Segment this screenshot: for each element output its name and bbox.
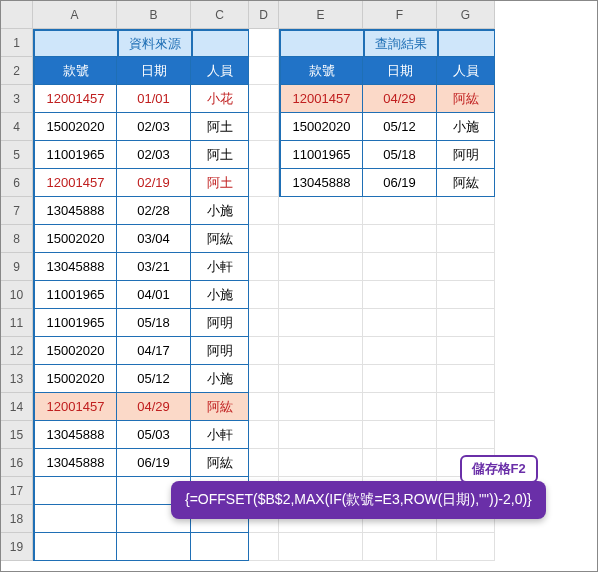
source-cell[interactable]: 06/19 [117, 449, 191, 477]
row-header[interactable]: 14 [1, 393, 33, 421]
row-header[interactable]: 8 [1, 225, 33, 253]
source-cell[interactable]: 15002020 [33, 337, 117, 365]
source-cell[interactable]: 02/19 [117, 169, 191, 197]
source-cell[interactable]: 小施 [191, 365, 249, 393]
blank-cell[interactable] [437, 253, 495, 281]
source-cell[interactable]: 阿土 [191, 141, 249, 169]
row-header[interactable]: 18 [1, 505, 33, 533]
result-cell[interactable]: 阿紘 [437, 85, 495, 113]
row-header[interactable]: 3 [1, 85, 33, 113]
result-cell[interactable]: 13045888 [279, 169, 363, 197]
row-header[interactable]: 16 [1, 449, 33, 477]
blank-cell[interactable] [363, 421, 437, 449]
result-cell[interactable]: 11001965 [279, 141, 363, 169]
source-cell[interactable]: 04/17 [117, 337, 191, 365]
source-empty[interactable] [33, 505, 117, 533]
blank-cell[interactable] [437, 281, 495, 309]
source-cell[interactable]: 11001965 [33, 281, 117, 309]
source-empty[interactable] [117, 533, 191, 561]
blank-cell[interactable] [279, 253, 363, 281]
blank-cell[interactable] [437, 365, 495, 393]
row-header[interactable]: 9 [1, 253, 33, 281]
source-cell[interactable]: 13045888 [33, 197, 117, 225]
source-cell[interactable]: 15002020 [33, 365, 117, 393]
blank-cell[interactable] [437, 337, 495, 365]
row-header[interactable]: 4 [1, 113, 33, 141]
result-cell[interactable]: 15002020 [279, 113, 363, 141]
source-cell[interactable]: 03/21 [117, 253, 191, 281]
source-cell[interactable]: 02/03 [117, 141, 191, 169]
source-cell[interactable]: 阿紘 [191, 449, 249, 477]
source-cell[interactable]: 12001457 [33, 393, 117, 421]
blank-cell[interactable] [279, 281, 363, 309]
blank-cell[interactable] [437, 393, 495, 421]
source-cell[interactable]: 13045888 [33, 421, 117, 449]
blank-cell[interactable] [437, 197, 495, 225]
blank-cell[interactable] [363, 225, 437, 253]
source-empty[interactable] [33, 477, 117, 505]
blank-cell[interactable] [279, 225, 363, 253]
source-cell[interactable]: 阿明 [191, 337, 249, 365]
row-header[interactable]: 10 [1, 281, 33, 309]
col-header[interactable]: F [363, 1, 437, 29]
source-cell[interactable]: 13045888 [33, 449, 117, 477]
source-cell[interactable]: 阿土 [191, 169, 249, 197]
blank-cell[interactable] [279, 449, 363, 477]
row-header[interactable]: 19 [1, 533, 33, 561]
col-header[interactable]: D [249, 1, 279, 29]
source-cell[interactable]: 12001457 [33, 169, 117, 197]
result-cell[interactable]: 06/19 [363, 169, 437, 197]
blank-cell[interactable] [363, 337, 437, 365]
result-cell[interactable]: 05/12 [363, 113, 437, 141]
row-header[interactable]: 17 [1, 477, 33, 505]
source-cell[interactable]: 阿紘 [191, 393, 249, 421]
row-header[interactable]: 15 [1, 421, 33, 449]
source-cell[interactable]: 小軒 [191, 421, 249, 449]
row-header[interactable]: 7 [1, 197, 33, 225]
source-empty[interactable] [191, 533, 249, 561]
source-cell[interactable]: 05/12 [117, 365, 191, 393]
source-cell[interactable]: 05/18 [117, 309, 191, 337]
source-empty[interactable] [33, 533, 117, 561]
blank-cell[interactable] [363, 197, 437, 225]
blank-cell[interactable] [363, 309, 437, 337]
source-cell[interactable]: 小施 [191, 197, 249, 225]
source-cell[interactable]: 02/28 [117, 197, 191, 225]
result-cell[interactable]: 小施 [437, 113, 495, 141]
row-header[interactable]: 1 [1, 29, 33, 57]
blank-cell[interactable] [279, 337, 363, 365]
source-cell[interactable]: 小軒 [191, 253, 249, 281]
blank-cell[interactable] [279, 393, 363, 421]
col-header[interactable]: G [437, 1, 495, 29]
blank-cell[interactable] [437, 533, 495, 561]
source-cell[interactable]: 03/04 [117, 225, 191, 253]
col-header[interactable]: B [117, 1, 191, 29]
row-header[interactable]: 6 [1, 169, 33, 197]
source-cell[interactable]: 13045888 [33, 253, 117, 281]
blank-cell[interactable] [363, 533, 437, 561]
col-header[interactable]: E [279, 1, 363, 29]
blank-cell[interactable] [279, 421, 363, 449]
result-cell[interactable]: 04/29 [363, 85, 437, 113]
row-header[interactable]: 5 [1, 141, 33, 169]
source-cell[interactable]: 阿明 [191, 309, 249, 337]
result-cell[interactable]: 阿明 [437, 141, 495, 169]
source-cell[interactable]: 11001965 [33, 309, 117, 337]
blank-cell[interactable] [363, 365, 437, 393]
col-header[interactable]: A [33, 1, 117, 29]
blank-cell[interactable] [363, 449, 437, 477]
source-cell[interactable]: 11001965 [33, 141, 117, 169]
blank-cell[interactable] [279, 365, 363, 393]
source-cell[interactable]: 04/29 [117, 393, 191, 421]
source-cell[interactable]: 12001457 [33, 85, 117, 113]
source-cell[interactable]: 15002020 [33, 113, 117, 141]
source-cell[interactable]: 15002020 [33, 225, 117, 253]
source-cell[interactable]: 阿紘 [191, 225, 249, 253]
source-cell[interactable]: 阿土 [191, 113, 249, 141]
blank-cell[interactable] [437, 421, 495, 449]
col-header[interactable]: C [191, 1, 249, 29]
blank-cell[interactable] [437, 225, 495, 253]
source-cell[interactable]: 05/03 [117, 421, 191, 449]
source-cell[interactable]: 01/01 [117, 85, 191, 113]
source-cell[interactable]: 小花 [191, 85, 249, 113]
